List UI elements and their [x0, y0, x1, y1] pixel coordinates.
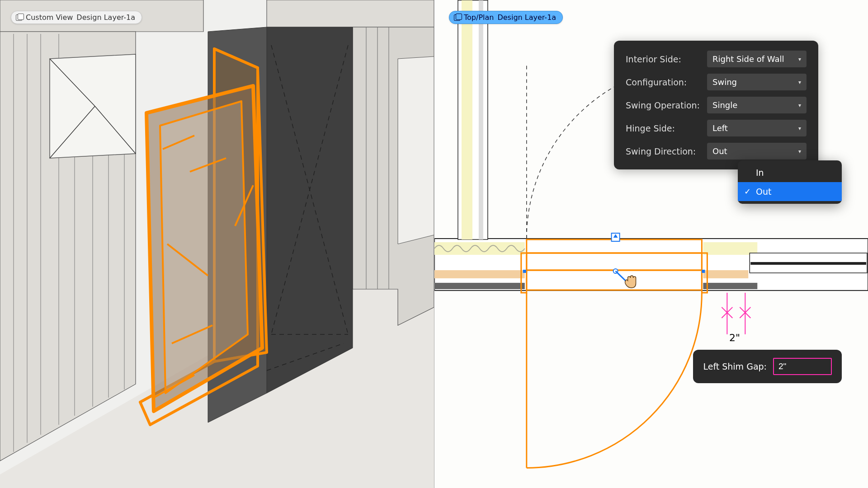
select-hinge-side[interactable]: Left▾	[707, 120, 807, 136]
chevron-down-icon: ▾	[798, 56, 801, 62]
label-swing-direction: Swing Direction:	[626, 146, 707, 156]
layer-name-3d: Design Layer-1a	[76, 13, 135, 22]
dimension-value: 2"	[729, 332, 740, 343]
chevron-down-icon: ▾	[798, 79, 801, 85]
dropdown-swing-direction: In ✓ Out	[738, 160, 842, 204]
dimension-annotation	[722, 293, 750, 334]
svg-rect-67	[750, 262, 866, 265]
select-swing-operation[interactable]: Single▾	[707, 97, 807, 113]
square-icon	[454, 14, 460, 21]
svg-rect-43	[703, 283, 757, 289]
label-hinge-side: Hinge Side:	[626, 123, 707, 133]
label-interior-side: Interior Side:	[626, 54, 707, 64]
properties-panel: Interior Side: Right Side of Wall▾ Confi…	[614, 41, 818, 169]
input-shim-gap[interactable]	[773, 358, 832, 375]
label-shim-gap: Left Shim Gap:	[703, 361, 767, 371]
label-swing-operation: Swing Operation:	[626, 100, 707, 110]
view-badge-plan[interactable]: Top/Plan Design Layer-1a	[449, 11, 563, 24]
dropdown-option-in[interactable]: In	[738, 163, 842, 182]
chevron-down-icon: ▾	[798, 125, 801, 131]
svg-rect-45	[462, 0, 472, 239]
svg-rect-58	[702, 270, 705, 273]
layer-name-plan: Design Layer-1a	[497, 13, 556, 22]
svg-rect-42	[434, 283, 525, 289]
check-icon: ✓	[744, 187, 751, 196]
svg-marker-15	[267, 0, 434, 27]
app-canvas: Custom View Design Layer-1a	[0, 0, 868, 488]
select-interior-side[interactable]: Right Side of Wall▾	[707, 51, 807, 67]
dropdown-option-out[interactable]: ✓ Out	[738, 182, 842, 201]
svg-rect-39	[703, 242, 757, 255]
cube-icon	[16, 14, 22, 21]
svg-marker-20	[267, 27, 353, 393]
select-configuration[interactable]: Swing▾	[707, 74, 807, 90]
label-configuration: Configuration:	[626, 77, 707, 87]
svg-rect-46	[479, 0, 483, 239]
view-name-3d: Custom View	[26, 13, 73, 22]
chevron-down-icon: ▾	[798, 148, 801, 155]
viewport-3d[interactable]: Custom View Design Layer-1a	[0, 0, 434, 488]
shim-gap-panel: Left Shim Gap:	[693, 350, 842, 383]
svg-marker-11	[50, 54, 136, 158]
view-badge-3d[interactable]: Custom View Design Layer-1a	[11, 11, 142, 24]
select-swing-direction[interactable]: Out▾	[707, 143, 807, 160]
svg-rect-41	[703, 270, 748, 278]
svg-rect-57	[523, 270, 526, 273]
svg-rect-40	[434, 270, 525, 278]
svg-marker-36	[398, 56, 434, 244]
view-name-plan: Top/Plan	[464, 13, 494, 22]
viewport-plan[interactable]: Top/Plan Design Layer-1a	[434, 0, 868, 488]
drawing-3d	[0, 0, 434, 488]
chevron-down-icon: ▾	[798, 102, 801, 108]
